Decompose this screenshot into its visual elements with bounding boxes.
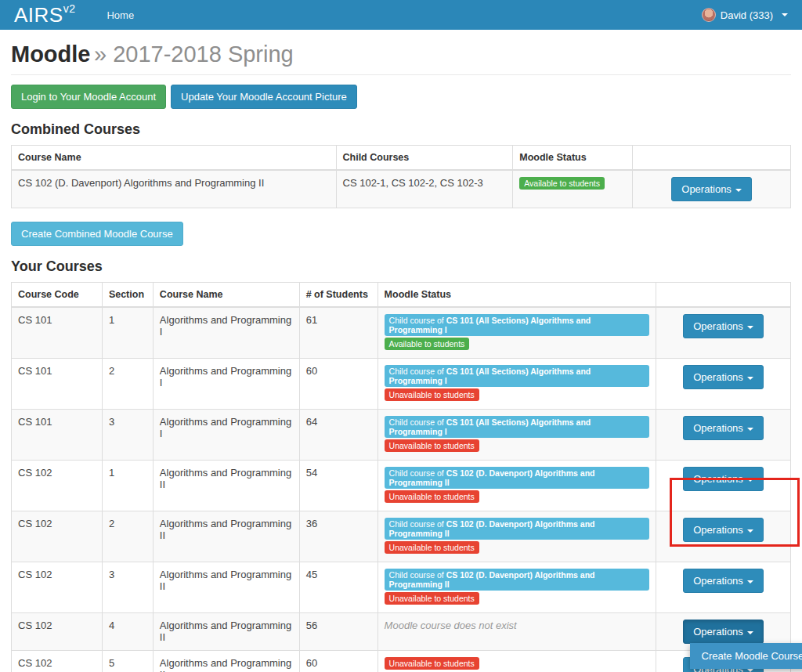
- operations-button[interactable]: Operations: [683, 416, 764, 440]
- child-courses-cell: CS 102-1, CS 102-2, CS 102-3: [336, 170, 513, 208]
- course-code-cell: CS 101: [12, 359, 103, 410]
- course-code-cell: CS 102: [12, 511, 103, 562]
- user-menu[interactable]: David (333): [702, 8, 788, 22]
- caret-down-icon: [782, 13, 788, 16]
- caret-down-icon: [747, 428, 753, 431]
- page-subtitle: » 2017-2018 Spring: [94, 42, 294, 67]
- page-title: Moodle: [11, 42, 91, 67]
- column-header: [656, 283, 791, 308]
- column-header: Course Name: [153, 283, 299, 308]
- brand-logo[interactable]: AIRSv2: [14, 3, 75, 27]
- course-code-cell: CS 101: [12, 410, 103, 461]
- child-course-badge: Child course ofCS 102 (D. Davenport) Alg…: [385, 518, 649, 540]
- create-combined-course-button[interactable]: Create Combined Moodle Course: [11, 222, 183, 246]
- section-cell: 3: [102, 562, 153, 613]
- course-code-cell: CS 101: [12, 307, 103, 359]
- operations-cell: Operations: [656, 461, 791, 511]
- moodle-status-cell: Child course ofCS 102 (D. Davenport) Alg…: [378, 461, 656, 511]
- course-row: CS 102 5 Algorithms and Programming II 6…: [12, 651, 791, 672]
- section-cell: 2: [102, 359, 153, 410]
- nav-home-link[interactable]: Home: [107, 9, 134, 21]
- students-cell: 56: [299, 613, 378, 651]
- update-picture-button[interactable]: Update Your Moodle Account Picture: [171, 85, 357, 109]
- child-course-badge: Child course ofCS 101 (All Sections) Alg…: [385, 416, 649, 438]
- top-navbar: AIRSv2 Home David (333): [0, 0, 802, 30]
- moodle-status-cell: Available to students: [513, 170, 633, 208]
- course-row: CS 102 2 Algorithms and Programming II 3…: [12, 511, 791, 562]
- course-row: CS 101 1 Algorithms and Programming I 61…: [12, 307, 791, 359]
- column-header: Course Name: [12, 146, 337, 171]
- caret-down-icon: [747, 631, 753, 634]
- status-badge: Unavailable to students: [385, 439, 479, 452]
- column-header: # of Students: [299, 283, 378, 308]
- students-cell: 60: [299, 359, 378, 410]
- students-cell: 36: [299, 511, 378, 562]
- operations-dropdown-menu: Create Moodle Course: [690, 643, 802, 669]
- child-course-badge: Child course ofCS 102 (D. Davenport) Alg…: [385, 467, 649, 489]
- login-moodle-button[interactable]: Login to Your Moodle Account: [11, 85, 166, 109]
- table-header-row: Course Code Section Course Name # of Stu…: [12, 283, 791, 308]
- caret-down-icon: [747, 479, 753, 482]
- course-row: CS 101 3 Algorithms and Programming I 64…: [12, 410, 791, 461]
- course-row: CS 102 1 Algorithms and Programming II 5…: [12, 461, 791, 511]
- section-cell: 1: [102, 307, 153, 359]
- column-header: [633, 146, 791, 171]
- operations-button[interactable]: Operations: [683, 467, 764, 491]
- moodle-account-toolbar: Login to Your Moodle Account Update Your…: [11, 85, 791, 109]
- course-code-cell: CS 102: [12, 613, 103, 651]
- no-course-note: Moodle course does not exist: [385, 620, 517, 631]
- caret-down-icon: [747, 580, 753, 583]
- brand-version: v2: [63, 2, 76, 15]
- child-course-badge: Child course ofCS 102 (D. Davenport) Alg…: [385, 569, 649, 591]
- combined-course-row: CS 102 (D. Davenport) Algorithms and Pro…: [12, 170, 791, 208]
- brand-text: AIRS: [14, 3, 63, 27]
- section-cell: 3: [102, 410, 153, 461]
- operations-button[interactable]: Operations: [671, 177, 752, 201]
- child-course-badge: Child course ofCS 101 (All Sections) Alg…: [385, 365, 649, 387]
- course-name-cell: Algorithms and Programming II: [153, 651, 299, 672]
- status-badge: Unavailable to students: [385, 388, 479, 401]
- course-code-cell: CS 102: [12, 461, 103, 511]
- course-name-cell: Algorithms and Programming II: [153, 511, 299, 562]
- operations-button-open[interactable]: Operations: [683, 620, 764, 644]
- operations-cell: Operations: [656, 359, 791, 410]
- course-code-cell: CS 102: [12, 562, 103, 613]
- operations-button[interactable]: Operations: [683, 569, 764, 593]
- column-header: Child Courses: [336, 146, 513, 171]
- operations-cell: Operations Create Moodle Course: [656, 613, 791, 651]
- students-cell: 54: [299, 461, 378, 511]
- course-name-cell: Algorithms and Programming I: [153, 359, 299, 410]
- section-cell: 5: [102, 651, 153, 672]
- combined-courses-table: Course Name Child Courses Moodle Status …: [11, 145, 791, 208]
- operations-cell: Operations: [656, 562, 791, 613]
- moodle-status-cell: Child course ofCS 102 (D. Davenport) Alg…: [378, 511, 656, 562]
- students-cell: 61: [299, 307, 378, 359]
- section-cell: 4: [102, 613, 153, 651]
- course-row: CS 102 3 Algorithms and Programming II 4…: [12, 562, 791, 613]
- course-name-cell: CS 102 (D. Davenport) Algorithms and Pro…: [12, 170, 337, 208]
- operations-button[interactable]: Operations: [683, 518, 764, 542]
- combined-courses-heading: Combined Courses: [11, 121, 791, 138]
- operations-button[interactable]: Operations: [683, 365, 764, 389]
- caret-down-icon: [747, 669, 753, 672]
- table-header-row: Course Name Child Courses Moodle Status: [12, 146, 791, 171]
- page-header: Moodle » 2017-2018 Spring: [11, 42, 791, 75]
- course-name-cell: Algorithms and Programming II: [153, 562, 299, 613]
- operations-cell: Operations: [656, 307, 791, 359]
- students-cell: 60: [299, 651, 378, 672]
- column-header: Course Code: [12, 283, 103, 308]
- status-badge: Unavailable to students: [385, 541, 479, 554]
- caret-down-icon: [747, 377, 753, 380]
- create-moodle-course-menu-item[interactable]: Create Moodle Course: [690, 643, 802, 669]
- course-row: CS 102 4 Algorithms and Programming II 5…: [12, 613, 791, 651]
- status-badge: Unavailable to students: [385, 592, 479, 605]
- course-row: CS 101 2 Algorithms and Programming I 60…: [12, 359, 791, 410]
- operations-button[interactable]: Operations: [683, 314, 764, 338]
- moodle-status-cell: Child course ofCS 101 (All Sections) Alg…: [378, 359, 656, 410]
- students-cell: 45: [299, 562, 378, 613]
- status-badge: Unavailable to students: [385, 490, 479, 503]
- status-badge: Available to students: [519, 177, 605, 190]
- moodle-status-cell: Child course ofCS 101 (All Sections) Alg…: [378, 410, 656, 461]
- caret-down-icon: [735, 189, 742, 192]
- course-name-cell: Algorithms and Programming II: [153, 613, 299, 651]
